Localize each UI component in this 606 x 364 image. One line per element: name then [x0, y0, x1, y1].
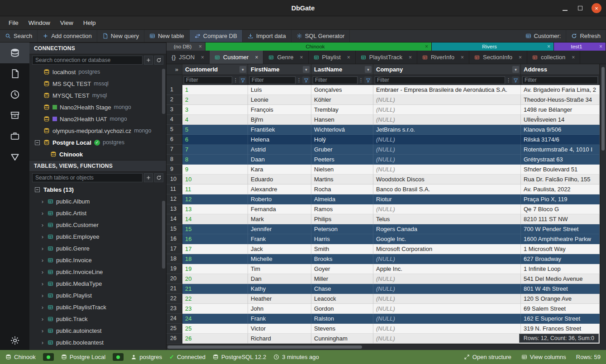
cell-company[interactable]: (NULL): [373, 145, 521, 155]
cell-customerid[interactable]: 26: [182, 334, 248, 344]
cell-customerid[interactable]: 19: [182, 264, 248, 274]
tab-playlist[interactable]: Playlist×: [309, 51, 356, 64]
statusbar-item-open-structure[interactable]: Open structure: [464, 354, 511, 360]
cell-company[interactable]: (NULL): [373, 165, 521, 175]
connections-search-input[interactable]: [32, 56, 143, 65]
cell-firstname[interactable]: Jack: [248, 244, 311, 254]
cell-address[interactable]: Qe 7 Bloco G: [521, 204, 600, 214]
tab-customer[interactable]: Customer×: [210, 51, 263, 64]
cell-address[interactable]: 801 W 4th Street: [521, 284, 600, 294]
cell-address[interactable]: 120 S Orange Ave: [521, 294, 600, 304]
cell-firstname[interactable]: Leonie: [248, 95, 311, 105]
cell-address[interactable]: 700 W Pender Street: [521, 224, 600, 234]
vertical-scrollbar[interactable]: [600, 64, 606, 344]
cell-company[interactable]: Embraer - Empresa Brasileira de Aeronáut…: [373, 85, 521, 95]
filter-input-company[interactable]: [375, 76, 505, 84]
column-header-lastname[interactable]: LastName▾: [311, 64, 373, 75]
cell-address[interactable]: Grétrystraat 63: [521, 155, 600, 165]
cell-customerid[interactable]: 5: [182, 125, 248, 135]
cell-lastname[interactable]: Wichterlová: [311, 125, 373, 135]
cell-company[interactable]: (NULL): [373, 324, 521, 334]
cell-address[interactable]: 627 Broadway: [521, 254, 600, 264]
cell-lastname[interactable]: Cunningham: [311, 334, 373, 344]
menu-item-view[interactable]: View: [55, 16, 78, 30]
cell-address[interactable]: 1 Microsoft Way: [521, 244, 600, 254]
cell-address[interactable]: Av. Paulista, 2022: [521, 184, 600, 194]
chevron-right-icon[interactable]: ›: [40, 269, 45, 275]
cell-customerid[interactable]: 13: [182, 204, 248, 214]
connections-scrollbar[interactable]: [162, 69, 165, 114]
cell-company[interactable]: Woodstock Discos: [373, 175, 521, 184]
cell-lastname[interactable]: Harris: [311, 234, 373, 244]
statusbar-item-postgresql-12-2[interactable]: PostgreSQL 12.2: [213, 354, 266, 360]
cell-company[interactable]: Rogers Canada: [373, 224, 521, 234]
cell-firstname[interactable]: Alexandre: [248, 184, 311, 194]
filter-funnel-button[interactable]: [364, 76, 372, 84]
chevron-right-icon[interactable]: ›: [40, 222, 45, 228]
table-row[interactable]: 1515JenniferPetersonRogers Canada700 W P…: [167, 224, 600, 234]
cell-firstname[interactable]: Frank: [248, 314, 311, 324]
toolbar-button-new-table[interactable]: New table: [144, 30, 190, 42]
cell-lastname[interactable]: Stevens: [311, 324, 373, 334]
cell-customerid[interactable]: 14: [182, 214, 248, 224]
cell-lastname[interactable]: Rocha: [311, 184, 373, 194]
cell-firstname[interactable]: Jennifer: [248, 224, 311, 234]
cell-company[interactable]: (NULL): [373, 284, 521, 294]
cell-lastname[interactable]: Gordon: [311, 304, 373, 314]
statusbar-item-postgre-local[interactable]: Postgre Local: [61, 354, 106, 360]
statusbar-item-rows-59[interactable]: Rows: 59: [576, 354, 601, 360]
column-header-customerid[interactable]: CustomerId▾: [182, 64, 248, 75]
scrollbar-thumb[interactable]: [167, 345, 362, 349]
table-row[interactable]: 1919TimGoyerApple Inc.1 Infinite Loop: [167, 264, 600, 274]
toolbar-button-search[interactable]: Search: [0, 30, 38, 42]
database-item-chinook[interactable]: Chinook: [29, 148, 166, 160]
cell-company[interactable]: Google Inc.: [373, 234, 521, 244]
chevron-right-icon[interactable]: ›: [40, 304, 45, 311]
connection-item-ms-sql-test[interactable]: MS SQL TESTmssql: [29, 78, 166, 90]
cell-address[interactable]: Rotenturmstraße 4, 1010 I: [521, 145, 600, 155]
toolbar-button-customer[interactable]: Customer:: [520, 30, 567, 42]
cell-address[interactable]: 8210 111 ST NW: [521, 214, 600, 224]
cell-company[interactable]: (NULL): [373, 115, 521, 125]
cell-firstname[interactable]: František: [248, 125, 311, 135]
cell-address[interactable]: 69 Salem Street: [521, 304, 600, 314]
titlebar[interactable]: DbGate ×: [0, 0, 606, 16]
cell-customerid[interactable]: 7: [182, 145, 248, 155]
table-item-public-artist[interactable]: ›public.Artist: [29, 207, 166, 219]
cell-lastname[interactable]: Philips: [311, 214, 373, 224]
table-row[interactable]: 99KaraNielsen(NULL)Sřnder Boulevard 51: [167, 165, 600, 175]
cell-customerid[interactable]: 22: [182, 294, 248, 304]
cell-company[interactable]: (NULL): [373, 155, 521, 165]
cell-firstname[interactable]: Mark: [248, 214, 311, 224]
cell-lastname[interactable]: Gonçalves: [311, 85, 373, 95]
connection-item-nano2health-stage[interactable]: Nano2Health Stagemongo: [29, 101, 166, 113]
statusbar-item-3-minutes-ago[interactable]: 3 minutes ago: [273, 354, 319, 360]
cell-customerid[interactable]: 15: [182, 224, 248, 234]
cell-firstname[interactable]: Richard: [248, 334, 311, 344]
cell-firstname[interactable]: John: [248, 304, 311, 314]
cell-customerid[interactable]: 20: [182, 274, 248, 284]
cell-firstname[interactable]: Luís: [248, 85, 311, 95]
table-row[interactable]: 1111AlexandreRochaBanco do Brasil S.A.Av…: [167, 184, 600, 194]
cell-lastname[interactable]: Köhler: [311, 95, 373, 105]
table-item-public-genre[interactable]: ›public.Genre: [29, 242, 166, 254]
grid-corner-button[interactable]: »: [167, 64, 182, 75]
filter-funnel-button[interactable]: [239, 76, 246, 84]
cell-lastname[interactable]: Peeters: [311, 155, 373, 165]
activitybar-settings[interactable]: [0, 336, 29, 345]
toolbar-button-new-query[interactable]: New query: [97, 30, 144, 42]
cell-company[interactable]: (NULL): [373, 314, 521, 324]
tables-scrollbar[interactable]: [162, 201, 165, 269]
cell-firstname[interactable]: Kathy: [248, 284, 311, 294]
table-row[interactable]: 66HelenaHolý(NULL)Rilská 3174/6: [167, 135, 600, 145]
table-row[interactable]: 33FrançoisTremblay(NULL)1498 rue Bélange…: [167, 105, 600, 115]
filter-input-customerid[interactable]: [184, 76, 232, 84]
chevron-right-icon[interactable]: ›: [40, 280, 45, 287]
cell-lastname[interactable]: Holý: [311, 135, 373, 145]
db-tab-rivers[interactable]: Rivers×: [432, 43, 554, 51]
activitybar-archive[interactable]: [0, 105, 29, 126]
chevron-right-icon[interactable]: ›: [40, 257, 45, 264]
cell-company[interactable]: Banco do Brasil S.A.: [373, 184, 521, 194]
table-row[interactable]: 2525VictorStevens(NULL)319 N. Frances St…: [167, 324, 600, 334]
db-tab-no-db[interactable]: (no DB)×: [167, 43, 205, 51]
